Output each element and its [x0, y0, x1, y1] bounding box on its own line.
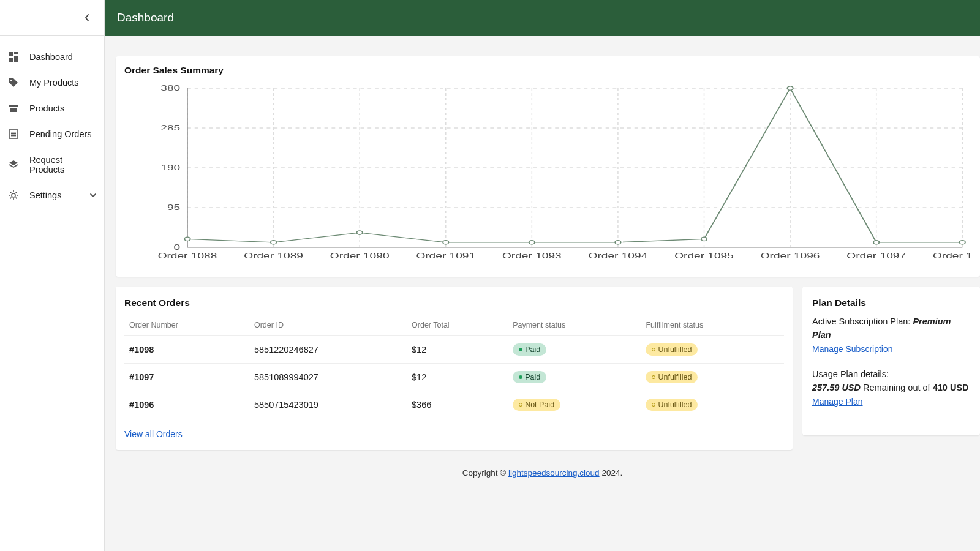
col-payment-status: Payment status	[508, 315, 641, 336]
usage-plan-label: Usage Plan details:	[812, 369, 889, 379]
unfulfilled-badge: Unfulfilled	[646, 343, 698, 356]
dashboard-icon	[7, 52, 20, 62]
sidebar-item-label: My Products	[29, 78, 97, 88]
not-paid-badge: Not Paid	[513, 399, 560, 411]
svg-text:285: 285	[160, 123, 180, 132]
order-sales-summary-card: Order Sales Summary 095190285380Order 10…	[116, 56, 980, 277]
usage-remaining-total: 410 USD	[933, 383, 969, 392]
manage-plan-link[interactable]: Manage Plan	[812, 397, 863, 407]
sidebar-item-label: Pending Orders	[29, 129, 97, 139]
sidebar: Dashboard My Products Products Pending O…	[0, 0, 105, 551]
view-all-orders-link[interactable]: View all Orders	[124, 429, 183, 439]
cell-order-id: 5851220246827	[249, 336, 407, 364]
status-dot-icon	[652, 348, 655, 351]
status-dot-icon	[519, 348, 522, 351]
table-row[interactable]: #10975851089994027$12PaidUnfulfilled	[124, 364, 784, 391]
col-order-total: Order Total	[407, 315, 508, 336]
usage-remaining-mid: Remaining out of	[861, 383, 933, 392]
svg-rect-2	[14, 56, 18, 62]
svg-rect-8	[11, 132, 16, 132]
sidebar-item-label: Dashboard	[29, 52, 97, 62]
sidebar-collapse-button[interactable]	[81, 12, 93, 24]
active-plan-section: Active Subscription Plan: Premium Plan M…	[812, 315, 970, 356]
svg-rect-9	[11, 133, 16, 134]
badge-label: Unfulfilled	[658, 345, 692, 354]
svg-text:380: 380	[160, 83, 180, 92]
badge-label: Paid	[525, 345, 540, 354]
card-title: Plan Details	[812, 298, 970, 309]
sidebar-item-request-products[interactable]: Request Products	[0, 147, 104, 182]
manage-subscription-link[interactable]: Manage Subscription	[812, 344, 893, 354]
table-row[interactable]: #10985851220246827$12PaidUnfulfilled	[124, 336, 784, 364]
sidebar-item-settings[interactable]: Settings	[0, 182, 104, 208]
recent-orders-table: Order Number Order ID Order Total Paymen…	[124, 315, 784, 418]
badge-label: Paid	[525, 373, 540, 381]
svg-text:Order 1088: Order 1088	[158, 251, 217, 260]
content: Order Sales Summary 095190285380Order 10…	[105, 36, 980, 506]
sidebar-item-pending-orders[interactable]: Pending Orders	[0, 121, 104, 147]
svg-text:Order 1097: Order 1097	[846, 251, 906, 260]
status-dot-icon	[652, 403, 655, 407]
paid-badge: Paid	[513, 343, 546, 356]
svg-point-38	[615, 241, 620, 244]
cell-payment-status: Paid	[508, 364, 641, 391]
cell-order-number: #1097	[124, 364, 249, 391]
sidebar-item-my-products[interactable]: My Products	[0, 70, 104, 96]
svg-point-39	[701, 237, 707, 241]
sidebar-item-dashboard[interactable]: Dashboard	[0, 44, 104, 70]
svg-point-40	[787, 86, 793, 90]
recent-orders-card: Recent Orders Order Number Order ID Orde…	[116, 287, 793, 450]
svg-point-33	[184, 237, 190, 241]
col-order-id: Order ID	[249, 315, 407, 336]
svg-text:Order 1095: Order 1095	[674, 251, 734, 260]
sidebar-item-products[interactable]: Products	[0, 96, 104, 121]
active-plan-label: Active Subscription Plan:	[812, 317, 913, 326]
list-icon	[7, 129, 20, 139]
cell-order-number: #1096	[124, 391, 249, 419]
col-order-number: Order Number	[124, 315, 249, 336]
svg-rect-1	[14, 52, 18, 54]
layers-icon	[7, 160, 20, 170]
footer-prefix: Copyright ©	[462, 468, 508, 478]
table-row[interactable]: #10965850715423019$366Not PaidUnfulfille…	[124, 391, 784, 419]
badge-label: Unfulfilled	[658, 400, 692, 409]
svg-text:Order 1091: Order 1091	[416, 251, 475, 260]
cell-fulfillment-status: Unfulfilled	[641, 364, 784, 391]
svg-text:Order 1090: Order 1090	[330, 251, 390, 260]
card-title: Recent Orders	[124, 298, 784, 309]
badge-label: Not Paid	[525, 400, 554, 409]
svg-text:190: 190	[160, 163, 180, 171]
svg-point-4	[10, 80, 12, 81]
unfulfilled-badge: Unfulfilled	[646, 371, 698, 383]
svg-text:0: 0	[174, 242, 181, 251]
svg-point-34	[271, 241, 276, 244]
footer: Copyright © lightspeedsourcing.cloud 202…	[105, 460, 980, 493]
gear-icon	[7, 190, 20, 200]
svg-text:Order 1096: Order 1096	[761, 251, 820, 260]
usage-plan-section: Usage Plan details: 257.59 USD Remaining…	[812, 367, 970, 409]
paid-badge: Paid	[513, 371, 546, 383]
svg-point-35	[356, 231, 362, 234]
sidebar-item-label: Settings	[29, 190, 80, 200]
store-icon	[7, 103, 20, 113]
status-dot-icon	[652, 375, 655, 379]
status-dot-icon	[519, 403, 522, 407]
svg-text:Order 1089: Order 1089	[244, 251, 303, 260]
page-title: Dashboard	[117, 11, 174, 24]
svg-point-37	[529, 241, 535, 244]
svg-point-41	[873, 241, 879, 244]
cell-payment-status: Paid	[508, 336, 641, 364]
svg-rect-5	[9, 105, 18, 107]
col-fulfillment-status: Fulfillment status	[641, 315, 784, 336]
footer-suffix: 2024.	[600, 468, 623, 478]
svg-text:Order 1093: Order 1093	[502, 251, 562, 260]
sidebar-nav: Dashboard My Products Products Pending O…	[0, 36, 104, 208]
sidebar-top	[0, 0, 104, 36]
status-dot-icon	[519, 375, 522, 379]
chevron-down-icon	[89, 192, 97, 199]
svg-text:95: 95	[167, 203, 180, 211]
svg-text:Order 1094: Order 1094	[589, 251, 648, 260]
svg-text:Order 1098: Order 1098	[933, 251, 971, 260]
footer-link[interactable]: lightspeedsourcing.cloud	[508, 468, 600, 478]
usage-remaining-amount: 257.59 USD	[812, 383, 861, 392]
